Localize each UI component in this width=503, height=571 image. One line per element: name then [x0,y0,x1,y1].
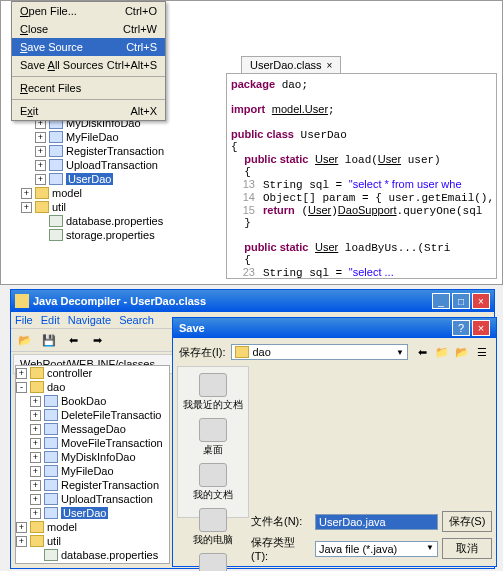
back-icon[interactable]: ⬅ [63,331,83,349]
folder-icon [30,521,44,533]
forward-icon[interactable]: ➡ [87,331,107,349]
editor-tab[interactable]: UserDao.class × [241,56,341,73]
tree-node[interactable]: +MoveFileTransaction [30,436,169,450]
new-folder-icon[interactable]: 📂 [454,344,470,360]
folder-icon [235,346,249,358]
lookin-label: 保存在(I): [179,345,225,360]
expand-icon[interactable]: + [35,174,46,185]
tree-node[interactable]: +util [21,200,201,214]
tree-label: MessageDao [61,423,126,435]
save-button[interactable]: 保存(S) [442,511,492,532]
minimize-button[interactable]: _ [432,293,450,309]
close-button[interactable]: × [472,293,490,309]
help-button[interactable]: ? [452,320,470,336]
expand-icon[interactable]: + [30,466,41,477]
up-folder-icon[interactable]: 📁 [434,344,450,360]
chevron-down-icon[interactable]: ▼ [396,348,404,357]
places-item[interactable]: 我的电脑 [191,506,235,549]
places-item[interactable]: 我最近的文档 [181,371,245,414]
expand-icon[interactable]: + [30,396,41,407]
class-icon [44,465,58,477]
open-icon[interactable]: 📂 [15,331,35,349]
expand-icon[interactable]: - [16,382,27,393]
expand-icon[interactable]: + [16,522,27,533]
lookin-row: 保存在(I): dao ▼ ⬅ 📁 📂 ☰ [173,338,496,366]
tree-label: MyDiskInfoDao [61,451,136,463]
places-item[interactable]: 网上邻居 [191,551,235,571]
dialog-title: Save [179,322,450,334]
dialog-close-button[interactable]: × [472,320,490,336]
lookin-combo[interactable]: dao ▼ [231,344,408,360]
tree-node[interactable]: +UserDao [35,172,201,186]
tree-node[interactable]: +model [16,520,169,534]
menu-item[interactable]: CloseCtrl+W [12,20,165,38]
chevron-down-icon[interactable]: ▼ [426,543,434,555]
expand-icon[interactable]: + [30,438,41,449]
save-icon[interactable]: 💾 [39,331,59,349]
class-icon [44,409,58,421]
save-dialog: Save ? × 保存在(I): dao ▼ ⬅ 📁 📂 ☰ 我最近的文档桌面我… [172,317,497,567]
tree-label: MyFileDao [66,131,119,143]
expand-icon[interactable]: + [16,536,27,547]
expand-icon[interactable]: + [35,132,46,143]
back-nav-icon[interactable]: ⬅ [414,344,430,360]
menu-navigate[interactable]: Navigate [68,314,111,326]
close-icon[interactable]: × [327,60,333,71]
tree-node[interactable]: +util [16,534,169,548]
menu-item[interactable]: Open File...Ctrl+O [12,2,165,20]
cancel-button[interactable]: 取消 [442,538,492,559]
tree-node[interactable]: +UploadTransaction [30,492,169,506]
expand-icon[interactable]: + [30,410,41,421]
places-item[interactable]: 我的文档 [191,461,235,504]
expand-icon[interactable]: + [35,146,46,157]
expand-icon[interactable]: + [30,480,41,491]
tree-node[interactable]: +RegisterTransaction [30,478,169,492]
place-icon [199,508,227,532]
tree-label: RegisterTransaction [61,479,159,491]
view-menu-icon[interactable]: ☰ [474,344,490,360]
expand-icon[interactable]: + [30,424,41,435]
expand-icon[interactable]: + [16,368,27,379]
code-editor[interactable]: package dao; import model.User; public c… [226,73,497,279]
menu-file[interactable]: File [15,314,33,326]
expand-icon[interactable]: + [30,494,41,505]
filetype-label: 保存类型(T): [251,535,311,562]
tree-node[interactable]: -dao [16,380,169,394]
folder-icon [30,381,44,393]
class-icon [49,131,63,143]
class-icon [49,173,63,185]
tree-node[interactable]: database.properties [35,214,201,228]
tree-node[interactable]: +controller [16,366,169,380]
menu-item[interactable]: Save All SourcesCtrl+Alt+S [12,56,165,74]
expand-icon[interactable]: + [21,202,32,213]
file-icon [44,549,58,561]
expand-icon[interactable]: + [30,508,41,519]
menu-search[interactable]: Search [119,314,154,326]
tree-label: MoveFileTransaction [61,437,163,449]
places-item[interactable]: 桌面 [197,416,229,459]
tree-node[interactable]: +MyDiskInfoDao [30,450,169,464]
menu-item[interactable]: Recent Files [12,79,165,97]
tree-node[interactable]: +model [21,186,201,200]
tree-node[interactable]: +MyFileDao [30,464,169,478]
filename-input[interactable]: UserDao.java [315,514,438,530]
tree-node[interactable]: storage.properties [30,562,169,564]
expand-icon[interactable]: + [21,188,32,199]
menu-item[interactable]: Save SourceCtrl+S [12,38,165,56]
filetype-combo[interactable]: Java file (*.java)▼ [315,541,438,557]
tree-node[interactable]: storage.properties [35,228,201,242]
tree-node[interactable]: +MyFileDao [35,130,201,144]
tree-node[interactable]: +DeleteFileTransactio [30,408,169,422]
tree-node[interactable]: +BookDao [30,394,169,408]
folder-icon [30,367,44,379]
maximize-button[interactable]: □ [452,293,470,309]
tree-node[interactable]: +MessageDao [30,422,169,436]
expand-icon[interactable]: + [30,452,41,463]
tree-node[interactable]: +RegisterTransaction [35,144,201,158]
tree-node[interactable]: database.properties [30,548,169,562]
expand-icon[interactable]: + [35,160,46,171]
menu-item[interactable]: ExitAlt+X [12,102,165,120]
menu-edit[interactable]: Edit [41,314,60,326]
tree-node[interactable]: +UploadTransaction [35,158,201,172]
tree-node[interactable]: +UserDao [30,506,169,520]
